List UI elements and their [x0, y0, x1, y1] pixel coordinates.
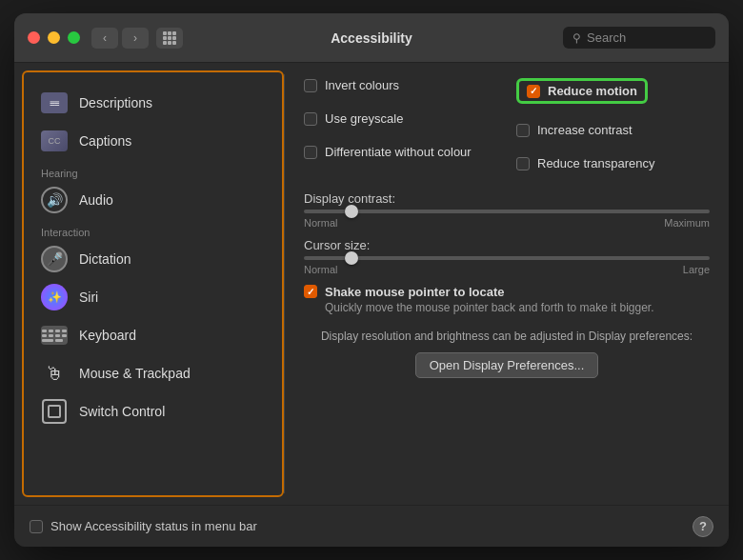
- reduce-motion-label: Reduce motion: [548, 84, 637, 98]
- search-input[interactable]: Search: [587, 30, 626, 45]
- cursor-size-max: Large: [683, 264, 710, 275]
- audio-icon: 🔊: [41, 187, 68, 213]
- display-contrast-label: Display contrast:: [304, 191, 395, 206]
- switch-control-icon: [41, 398, 68, 425]
- sidebar-item-mouse-trackpad[interactable]: 🖰 Mouse & Trackpad: [31, 354, 274, 392]
- window-title: Accessibility: [331, 30, 412, 46]
- differentiate-label: Differentiate without colour: [325, 145, 472, 159]
- increase-contrast-label: Increase contrast: [537, 123, 633, 137]
- differentiate-checkbox[interactable]: [304, 146, 317, 159]
- sidebar-label-switch-control: Switch Control: [79, 404, 165, 419]
- keyboard-icon: [41, 322, 68, 349]
- minimize-button[interactable]: [48, 31, 60, 44]
- cursor-size-range: Normal Large: [304, 264, 710, 275]
- option-reduce-motion-row: ✓ Reduce motion: [516, 78, 710, 104]
- shake-checkmark-icon: ✓: [307, 287, 314, 297]
- nav-buttons: ‹ ›: [91, 28, 183, 49]
- sidebar-label-siri: Siri: [79, 290, 98, 305]
- display-options: Invert colours Use greyscale Differentia…: [304, 78, 710, 180]
- option-differentiate: Differentiate without colour: [304, 145, 497, 159]
- sidebar: ≡≡ Descriptions CC Captions Hearing 🔊 Au…: [22, 70, 284, 497]
- mouse-trackpad-icon: 🖰: [41, 360, 68, 387]
- sidebar-label-mouse-trackpad: Mouse & Trackpad: [79, 366, 191, 381]
- reduce-motion-checkbox[interactable]: ✓: [527, 85, 540, 98]
- search-box[interactable]: ⚲ Search: [563, 27, 715, 49]
- sidebar-item-captions[interactable]: CC Captions: [31, 122, 274, 160]
- shake-mouse-checkbox[interactable]: ✓: [304, 285, 317, 298]
- traffic-lights: [28, 31, 80, 44]
- search-icon: ⚲: [572, 31, 581, 45]
- reduce-transparency-label: Reduce transparency: [537, 156, 655, 170]
- titlebar: ‹ › Accessibility ⚲ Search: [14, 13, 729, 63]
- dictation-icon: 🎤: [41, 246, 68, 272]
- reduce-transparency-checkbox[interactable]: [516, 157, 530, 170]
- display-contrast-min: Normal: [304, 217, 337, 229]
- cursor-size-slider[interactable]: [304, 256, 710, 260]
- display-contrast-thumb[interactable]: [345, 205, 358, 218]
- back-button[interactable]: ‹: [91, 28, 118, 49]
- option-increase-contrast: Increase contrast: [516, 123, 710, 137]
- display-contrast-slider[interactable]: [304, 210, 710, 213]
- show-status-area: Show Accessibility status in menu bar: [30, 519, 257, 533]
- invert-colours-label: Invert colours: [325, 78, 399, 92]
- display-info-text: Display resolution and brightness can be…: [304, 330, 710, 343]
- footer: Show Accessibility status in menu bar ?: [14, 505, 729, 547]
- open-display-preferences-button[interactable]: Open Display Preferences...: [415, 352, 599, 378]
- shake-text-area: Shake mouse pointer to locate Quickly mo…: [325, 285, 654, 314]
- section-label-interaction: Interaction: [31, 219, 274, 240]
- sidebar-label-audio: Audio: [79, 192, 113, 208]
- sidebar-item-audio[interactable]: 🔊 Audio: [31, 181, 274, 219]
- maximize-button[interactable]: [68, 31, 80, 44]
- descriptions-icon: ≡≡: [41, 90, 68, 116]
- options-col-left: Invert colours Use greyscale Differentia…: [304, 78, 497, 180]
- shake-sub-label: Quickly move the mouse pointer back and …: [325, 301, 654, 314]
- shake-main-label: Shake mouse pointer to locate: [325, 285, 654, 299]
- sidebar-item-dictation[interactable]: 🎤 Dictation: [31, 240, 274, 278]
- increase-contrast-checkbox[interactable]: [516, 124, 530, 137]
- sidebar-label-captions: Captions: [79, 133, 131, 149]
- cursor-size-label-row: Cursor size:: [304, 238, 710, 252]
- display-contrast-range: Normal Maximum: [304, 217, 710, 229]
- sidebar-label-descriptions: Descriptions: [79, 95, 152, 110]
- display-contrast-section: Display contrast: Normal Maximum: [304, 191, 710, 229]
- sidebar-item-siri[interactable]: ✨ Siri: [31, 278, 274, 316]
- shake-mouse-section: ✓ Shake mouse pointer to locate Quickly …: [304, 285, 710, 314]
- cursor-size-thumb[interactable]: [345, 251, 358, 265]
- close-button[interactable]: [28, 31, 40, 44]
- options-col-right: ✓ Reduce motion Increase contrast Reduce…: [516, 78, 710, 180]
- reduce-motion-container: ✓ Reduce motion: [516, 78, 648, 104]
- sidebar-label-keyboard: Keyboard: [79, 328, 136, 343]
- sidebar-label-dictation: Dictation: [79, 251, 131, 267]
- show-status-label: Show Accessibility status in menu bar: [50, 519, 257, 533]
- main-panel: Invert colours Use greyscale Differentia…: [285, 63, 729, 505]
- show-status-checkbox[interactable]: [30, 520, 43, 533]
- use-greyscale-checkbox[interactable]: [304, 112, 317, 126]
- content-area: ≡≡ Descriptions CC Captions Hearing 🔊 Au…: [14, 63, 729, 505]
- section-label-hearing: Hearing: [31, 160, 274, 181]
- cursor-size-section: Cursor size: Normal Large: [304, 238, 710, 275]
- sidebar-item-keyboard[interactable]: Keyboard: [31, 316, 274, 354]
- display-contrast-max: Maximum: [664, 217, 710, 229]
- help-button[interactable]: ?: [693, 516, 713, 537]
- captions-icon: CC: [41, 128, 68, 154]
- option-use-greyscale: Use greyscale: [304, 111, 497, 126]
- cursor-size-label: Cursor size:: [304, 238, 370, 252]
- checkmark-icon: ✓: [530, 86, 537, 96]
- sidebar-item-switch-control[interactable]: Switch Control: [31, 392, 274, 430]
- cursor-size-min: Normal: [304, 264, 337, 275]
- main-window: ‹ › Accessibility ⚲ Search ≡≡: [14, 13, 729, 547]
- siri-icon: ✨: [41, 284, 68, 310]
- grid-button[interactable]: [156, 28, 183, 49]
- option-invert-colours: Invert colours: [304, 78, 497, 92]
- option-reduce-transparency: Reduce transparency: [516, 156, 710, 170]
- use-greyscale-label: Use greyscale: [325, 111, 403, 126]
- sidebar-item-descriptions[interactable]: ≡≡ Descriptions: [31, 84, 274, 122]
- display-contrast-label-row: Display contrast:: [304, 191, 710, 206]
- forward-button[interactable]: ›: [122, 28, 149, 49]
- invert-colours-checkbox[interactable]: [304, 79, 317, 92]
- grid-icon: [163, 31, 176, 45]
